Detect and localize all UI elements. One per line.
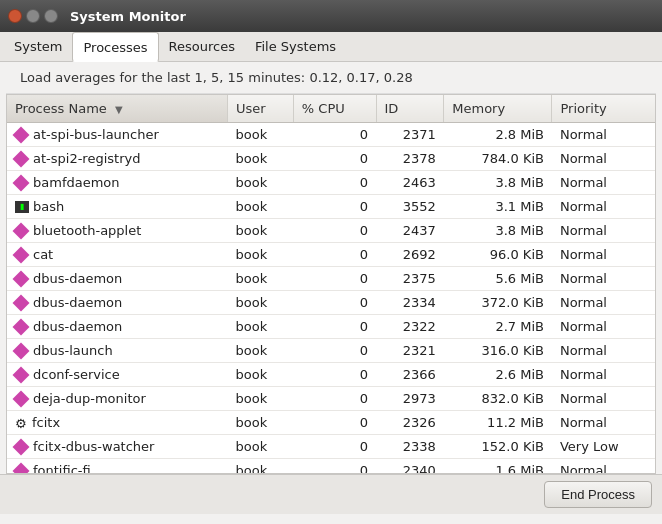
cell-priority: Normal [552, 171, 655, 195]
cell-id: 2334 [376, 291, 444, 315]
cell-id: 2378 [376, 147, 444, 171]
load-average: Load averages for the last 1, 5, 15 minu… [6, 62, 656, 94]
cell-user: book [228, 339, 294, 363]
cell-cpu: 0 [293, 315, 376, 339]
minimize-button[interactable] [26, 9, 40, 23]
cell-memory: 316.0 KiB [444, 339, 552, 363]
cell-name: fontific-fi... [7, 459, 228, 475]
cell-id: 2340 [376, 459, 444, 475]
table-row[interactable]: bluetooth-applet book 0 2437 3.8 MiB Nor… [7, 219, 655, 243]
cell-user: book [228, 315, 294, 339]
cell-priority: Normal [552, 219, 655, 243]
table-row[interactable]: dbus-daemon book 0 2322 2.7 MiB Normal [7, 315, 655, 339]
cell-id: 2973 [376, 387, 444, 411]
diamond-icon [13, 366, 30, 383]
sort-arrow-icon: ▼ [115, 104, 123, 115]
cell-cpu: 0 [293, 411, 376, 435]
cell-name: at-spi-bus-launcher [7, 123, 228, 147]
table-row[interactable]: cat book 0 2692 96.0 KiB Normal [7, 243, 655, 267]
cell-memory: 3.8 MiB [444, 171, 552, 195]
col-memory[interactable]: Memory [444, 95, 552, 123]
table-row[interactable]: at-spi-bus-launcher book 0 2371 2.8 MiB … [7, 123, 655, 147]
cell-name: dbus-daemon [7, 291, 228, 315]
window-controls[interactable] [8, 9, 58, 23]
table-row[interactable]: dbus-daemon book 0 2334 372.0 KiB Normal [7, 291, 655, 315]
cell-name: dbus-daemon [7, 315, 228, 339]
col-user[interactable]: User [228, 95, 294, 123]
cell-name: deja-dup-monitor [7, 387, 228, 411]
cell-name: bluetooth-applet [7, 219, 228, 243]
table-row[interactable]: dbus-launch book 0 2321 316.0 KiB Normal [7, 339, 655, 363]
cell-id: 2375 [376, 267, 444, 291]
cell-priority: Normal [552, 459, 655, 475]
diamond-icon [13, 318, 30, 335]
cell-memory: 372.0 KiB [444, 291, 552, 315]
cell-priority: Normal [552, 243, 655, 267]
cell-priority: Normal [552, 363, 655, 387]
close-button[interactable] [8, 9, 22, 23]
cell-user: book [228, 243, 294, 267]
cell-cpu: 0 [293, 123, 376, 147]
cell-memory: 3.8 MiB [444, 219, 552, 243]
cell-memory: 96.0 KiB [444, 243, 552, 267]
menu-system[interactable]: System [4, 32, 72, 61]
cell-user: book [228, 459, 294, 475]
table-row[interactable]: ⚙fcitx book 0 2326 11.2 MiB Normal [7, 411, 655, 435]
col-process-name[interactable]: Process Name ▼ [7, 95, 228, 123]
end-process-button[interactable]: End Process [544, 481, 652, 508]
cell-user: book [228, 171, 294, 195]
col-priority[interactable]: Priority [552, 95, 655, 123]
cell-id: 2371 [376, 123, 444, 147]
terminal-icon: ▮ [15, 201, 29, 213]
table-row[interactable]: dbus-daemon book 0 2375 5.6 MiB Normal [7, 267, 655, 291]
cell-cpu: 0 [293, 459, 376, 475]
cell-user: book [228, 387, 294, 411]
cell-cpu: 0 [293, 291, 376, 315]
cell-user: book [228, 195, 294, 219]
maximize-button[interactable] [44, 9, 58, 23]
table-row[interactable]: dconf-service book 0 2366 2.6 MiB Normal [7, 363, 655, 387]
cell-id: 3552 [376, 195, 444, 219]
cell-user: book [228, 291, 294, 315]
menu-processes[interactable]: Processes [72, 32, 158, 62]
col-id[interactable]: ID [376, 95, 444, 123]
table-row[interactable]: deja-dup-monitor book 0 2973 832.0 KiB N… [7, 387, 655, 411]
cell-cpu: 0 [293, 387, 376, 411]
table-row[interactable]: fcitx-dbus-watcher book 0 2338 152.0 KiB… [7, 435, 655, 459]
cell-memory: 784.0 KiB [444, 147, 552, 171]
cell-memory: 11.2 MiB [444, 411, 552, 435]
cell-user: book [228, 147, 294, 171]
window-title: System Monitor [70, 9, 186, 24]
cell-priority: Normal [552, 195, 655, 219]
table-row[interactable]: at-spi2-registryd book 0 2378 784.0 KiB … [7, 147, 655, 171]
table-row[interactable]: ▮bash book 0 3552 3.1 MiB Normal [7, 195, 655, 219]
diamond-icon [13, 462, 30, 474]
cell-cpu: 0 [293, 171, 376, 195]
diamond-icon [13, 294, 30, 311]
diamond-icon [13, 270, 30, 287]
cell-name: fcitx-dbus-watcher [7, 435, 228, 459]
cell-user: book [228, 435, 294, 459]
col-cpu[interactable]: % CPU [293, 95, 376, 123]
cell-name: dbus-launch [7, 339, 228, 363]
table-row[interactable]: bamfdaemon book 0 2463 3.8 MiB Normal [7, 171, 655, 195]
diamond-icon [13, 150, 30, 167]
cell-id: 2463 [376, 171, 444, 195]
cell-id: 2366 [376, 363, 444, 387]
cell-id: 2338 [376, 435, 444, 459]
cell-name: ▮bash [7, 195, 228, 219]
cell-memory: 152.0 KiB [444, 435, 552, 459]
cell-name: at-spi2-registryd [7, 147, 228, 171]
cell-name: dbus-daemon [7, 267, 228, 291]
menu-filesystems[interactable]: File Systems [245, 32, 346, 61]
diamond-icon [13, 390, 30, 407]
bottom-bar: End Process [0, 474, 662, 514]
menu-resources[interactable]: Resources [159, 32, 245, 61]
cell-id: 2321 [376, 339, 444, 363]
cell-priority: Very Low [552, 435, 655, 459]
table-row[interactable]: fontific-fi... book 0 2340 1.6 MiB Norma… [7, 459, 655, 475]
content-area: Load averages for the last 1, 5, 15 minu… [0, 62, 662, 474]
cell-priority: Normal [552, 147, 655, 171]
titlebar: System Monitor [0, 0, 662, 32]
process-table-container[interactable]: Process Name ▼ User % CPU ID Memory [6, 94, 656, 474]
